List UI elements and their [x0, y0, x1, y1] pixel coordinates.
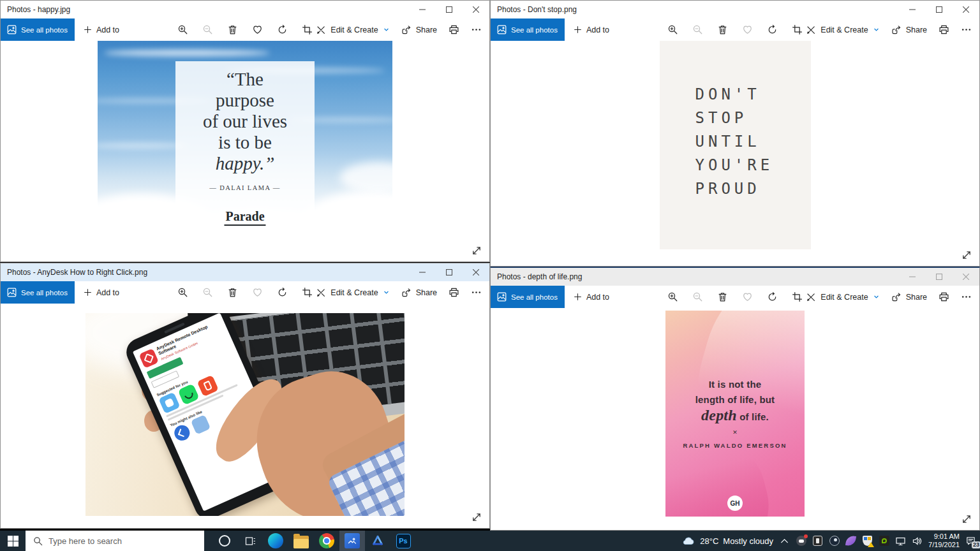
- close-button[interactable]: [463, 263, 489, 281]
- delete-button[interactable]: [227, 24, 238, 35]
- network-tray-button[interactable]: [895, 536, 906, 547]
- zoom-out-button[interactable]: [202, 24, 213, 35]
- rotate-button[interactable]: [277, 24, 288, 35]
- titlebar[interactable]: Photos - depth of life.png: [491, 268, 979, 286]
- favorite-button[interactable]: [742, 24, 753, 35]
- see-all-photos-button[interactable]: See all photos: [491, 18, 565, 41]
- delete-button[interactable]: [717, 291, 728, 302]
- zoom-in-button[interactable]: [177, 287, 188, 298]
- rotate-button[interactable]: [767, 24, 778, 35]
- maximize-button[interactable]: [926, 1, 953, 18]
- edit-create-button[interactable]: Edit & Create: [316, 288, 389, 298]
- taskbar-clock[interactable]: 9:01 AM 7/19/2021: [928, 533, 960, 549]
- maximize-button[interactable]: [436, 1, 463, 18]
- titlebar[interactable]: Photos - Don't stop.png: [491, 1, 979, 18]
- print-button[interactable]: [449, 24, 459, 35]
- anydesk-app-icon: [138, 348, 159, 369]
- add-to-button[interactable]: Add to: [84, 288, 119, 297]
- zoom-in-button[interactable]: [667, 291, 678, 302]
- more-button[interactable]: [471, 287, 482, 298]
- zoom-out-button[interactable]: [692, 291, 703, 302]
- minimize-button[interactable]: [409, 1, 436, 18]
- crop-button[interactable]: [302, 24, 313, 35]
- favorite-button[interactable]: [742, 291, 753, 302]
- close-button[interactable]: [953, 268, 979, 286]
- maximize-icon: [446, 6, 452, 13]
- nvidia-tray-button[interactable]: [879, 536, 889, 547]
- feather-tray-button[interactable]: [845, 536, 856, 547]
- titlebar[interactable]: Photos - AnyDesk How to Right Click.png: [1, 263, 489, 281]
- start-button[interactable]: [0, 531, 26, 551]
- task-view-button[interactable]: [237, 531, 263, 551]
- chrome-button[interactable]: [314, 531, 339, 551]
- edit-create-button[interactable]: Edit & Create: [316, 25, 389, 35]
- favorite-button[interactable]: [252, 287, 263, 298]
- edit-create-button[interactable]: Edit & Create: [806, 25, 879, 35]
- minimize-button[interactable]: [409, 263, 436, 281]
- add-to-button[interactable]: Add to: [574, 293, 609, 302]
- delete-button[interactable]: [227, 287, 238, 298]
- photos-window-anydesk: Photos - AnyDesk How to Right Click.png …: [0, 263, 490, 529]
- more-button[interactable]: [961, 291, 972, 302]
- close-button[interactable]: [463, 1, 489, 18]
- cortana-button[interactable]: [212, 531, 237, 551]
- favorite-button[interactable]: [252, 24, 263, 35]
- photoshop-button[interactable]: Ps: [390, 531, 416, 551]
- crop-button[interactable]: [302, 287, 313, 298]
- fullscreen-expand-icon[interactable]: [471, 511, 482, 523]
- volume-icon: [912, 536, 923, 547]
- drive-app-button[interactable]: [365, 531, 390, 551]
- minimize-button[interactable]: [899, 1, 926, 18]
- print-button[interactable]: [939, 291, 949, 302]
- crop-button[interactable]: [792, 24, 803, 35]
- titlebar[interactable]: Photos - happy.jpg: [1, 1, 489, 18]
- edge-button[interactable]: [263, 531, 288, 551]
- share-button[interactable]: Share: [401, 25, 437, 35]
- weather-widget[interactable]: 28°C Mostly cloudy: [681, 535, 773, 547]
- quote-attribution: — DALAI LAMA —: [175, 184, 315, 191]
- share-button[interactable]: Share: [891, 25, 927, 35]
- crop-button[interactable]: [792, 291, 803, 302]
- tray-chevron-button[interactable]: [779, 536, 790, 547]
- network-icon: [895, 536, 906, 547]
- photos-app-button[interactable]: [339, 531, 365, 551]
- edit-create-label: Edit & Create: [330, 26, 378, 34]
- maximize-button[interactable]: [436, 263, 463, 281]
- rotate-button[interactable]: [277, 287, 288, 298]
- see-all-photos-button[interactable]: See all photos: [1, 18, 75, 41]
- steam-tray-button[interactable]: [829, 536, 840, 547]
- discord-tray-button[interactable]: [796, 536, 806, 547]
- zoom-in-button[interactable]: [177, 24, 188, 35]
- delete-button[interactable]: [717, 24, 728, 35]
- zoom-out-button[interactable]: [202, 287, 213, 298]
- see-all-photos-button[interactable]: See all photos: [491, 286, 565, 308]
- add-to-button[interactable]: Add to: [84, 26, 119, 34]
- print-icon: [449, 287, 459, 298]
- add-to-button[interactable]: Add to: [574, 26, 609, 34]
- minimize-button[interactable]: [899, 268, 926, 286]
- zoom-in-button[interactable]: [667, 24, 678, 35]
- taskbar-search[interactable]: [26, 531, 204, 551]
- fullscreen-expand-icon[interactable]: [961, 513, 972, 525]
- more-button[interactable]: [471, 24, 482, 35]
- notification-center-button[interactable]: 23: [965, 536, 976, 547]
- security-tray-button[interactable]: [862, 536, 873, 547]
- fullscreen-expand-icon[interactable]: [961, 249, 972, 261]
- see-all-photos-button[interactable]: See all photos: [1, 281, 75, 304]
- maximize-button[interactable]: [926, 268, 953, 286]
- search-input[interactable]: [48, 536, 189, 546]
- zoom-out-button[interactable]: [692, 24, 703, 35]
- share-button[interactable]: Share: [891, 292, 927, 302]
- edit-create-button[interactable]: Edit & Create: [806, 292, 879, 302]
- epic-tray-button[interactable]: [812, 536, 823, 547]
- print-button[interactable]: [449, 287, 459, 298]
- more-button[interactable]: [961, 24, 972, 35]
- file-explorer-button[interactable]: [288, 531, 314, 551]
- fullscreen-expand-icon[interactable]: [471, 245, 482, 256]
- volume-tray-button[interactable]: [912, 536, 923, 547]
- print-button[interactable]: [939, 24, 949, 35]
- share-button[interactable]: Share: [401, 288, 437, 298]
- rotate-button[interactable]: [767, 291, 778, 302]
- close-button[interactable]: [953, 1, 979, 18]
- chevron-down-icon: [873, 293, 880, 300]
